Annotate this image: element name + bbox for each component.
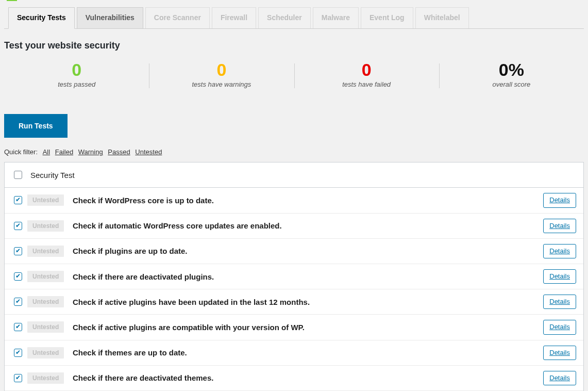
stat-score: 0% overall score (439, 60, 584, 88)
test-title: Check if automatic WordPress core update… (73, 221, 540, 230)
stat-warning-label: tests have warnings (149, 80, 294, 88)
select-all-checkbox[interactable] (14, 171, 22, 179)
tab-firewall: Firewall (212, 7, 256, 28)
quick-filter-label: Quick filter: (4, 148, 38, 156)
row-checkbox[interactable] (14, 247, 22, 255)
stat-passed-label: tests passed (4, 80, 149, 88)
status-badge: Untested (27, 347, 64, 359)
quick-filter: Quick filter: All Failed Warning Passed … (4, 148, 584, 156)
row-checkbox[interactable] (14, 349, 22, 357)
tests-table: Security Test UntestedCheck if WordPress… (4, 162, 584, 391)
tab-event-log: Event Log (361, 7, 413, 28)
stat-failed-label: tests have failed (294, 80, 439, 88)
details-button[interactable]: Details (543, 320, 576, 334)
status-badge: Untested (27, 220, 64, 232)
details-button[interactable]: Details (543, 219, 576, 233)
test-title: Check if there are deactivated plugins. (73, 272, 540, 281)
run-tests-button[interactable]: Run Tests (4, 114, 68, 138)
nav-tabs: Security TestsVulnerabilitiesCore Scanne… (4, 1, 584, 29)
table-row: UntestedCheck if themes are up to date.D… (5, 340, 583, 366)
table-row: UntestedCheck if active plugins are comp… (5, 315, 583, 340)
tab-malware: Malware (313, 7, 359, 28)
status-badge: Untested (27, 321, 64, 333)
stat-warning: 0 tests have warnings (149, 60, 294, 88)
row-checkbox[interactable] (14, 272, 22, 281)
stat-score-label: overall score (439, 80, 584, 88)
table-row: UntestedCheck if active plugins have bee… (5, 289, 583, 315)
table-row: UntestedCheck if plugins are up to date.… (5, 239, 583, 264)
stat-warning-value: 0 (149, 60, 294, 79)
tab-core-scanner: Core Scanner (145, 7, 210, 28)
test-title: Check if plugins are up to date. (73, 247, 540, 255)
test-title: Check if WordPress core is up to date. (73, 196, 540, 205)
stat-passed-value: 0 (4, 60, 149, 79)
tab-whitelabel: Whitelabel (415, 7, 469, 28)
row-checkbox[interactable] (14, 374, 22, 382)
tests-header-row: Security Test (5, 162, 583, 188)
stat-passed: 0 tests passed (4, 60, 149, 88)
filter-all[interactable]: All (43, 148, 50, 156)
test-title: Check if there are deactivated themes. (73, 373, 540, 382)
row-checkbox[interactable] (14, 222, 22, 230)
row-checkbox[interactable] (14, 323, 22, 331)
tests-header-label: Security Test (30, 171, 576, 180)
row-checkbox[interactable] (14, 298, 22, 306)
status-badge: Untested (27, 194, 64, 206)
page-title: Test your website security (4, 40, 584, 51)
details-button[interactable]: Details (543, 346, 576, 360)
table-row: UntestedCheck if automatic WordPress cor… (5, 214, 583, 239)
filter-passed[interactable]: Passed (108, 148, 130, 156)
table-row: UntestedCheck if WordPress core is up to… (5, 188, 583, 213)
stat-failed-value: 0 (294, 60, 439, 79)
stats-row: 0 tests passed 0 tests have warnings 0 t… (4, 60, 584, 88)
details-button[interactable]: Details (543, 193, 576, 207)
stat-score-value: 0% (439, 60, 584, 79)
stat-failed: 0 tests have failed (294, 60, 439, 88)
status-badge: Untested (27, 246, 64, 257)
filter-untested[interactable]: Untested (135, 148, 162, 156)
filter-failed[interactable]: Failed (55, 148, 73, 156)
status-badge: Untested (27, 372, 64, 384)
test-title: Check if themes are up to date. (73, 348, 540, 357)
tab-vulnerabilities[interactable]: Vulnerabilities (77, 7, 143, 28)
test-title: Check if active plugins have been update… (73, 298, 540, 306)
details-button[interactable]: Details (543, 371, 576, 385)
tab-scheduler: Scheduler (258, 7, 311, 28)
table-row: UntestedCheck if there are deactivated p… (5, 264, 583, 289)
test-title: Check if active plugins are compatible w… (73, 323, 540, 332)
row-checkbox[interactable] (14, 196, 22, 204)
details-button[interactable]: Details (543, 269, 576, 284)
tab-security-tests[interactable]: Security Tests (8, 7, 75, 29)
table-row: UntestedCheck if there are deactivated t… (5, 366, 583, 391)
details-button[interactable]: Details (543, 244, 576, 258)
status-badge: Untested (27, 296, 64, 307)
status-badge: Untested (27, 271, 64, 282)
details-button[interactable]: Details (543, 295, 576, 309)
filter-warning[interactable]: Warning (78, 148, 103, 156)
